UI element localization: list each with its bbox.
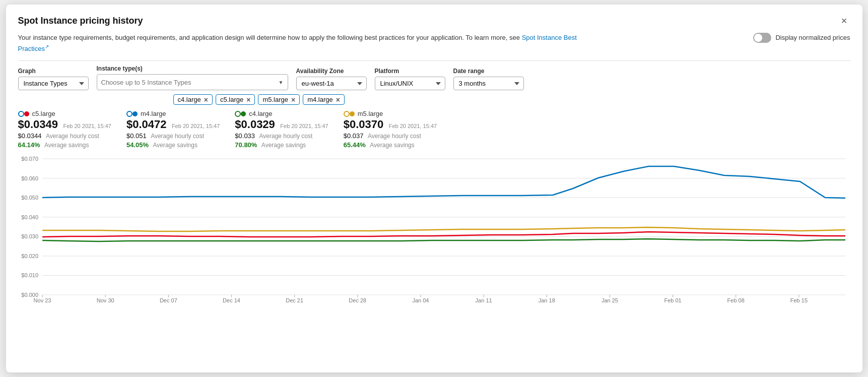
- info-bar: Your instance type requirements, budget …: [18, 33, 850, 53]
- legend-c4large-avg-row: $0.033 Average hourly cost: [235, 131, 328, 140]
- legend-m4large-avg-row: $0.051 Average hourly cost: [126, 131, 220, 140]
- legend-c5large-avg-row: $0.0344 Average hourly cost: [18, 131, 111, 140]
- svg-text:Dec 07: Dec 07: [159, 297, 177, 302]
- instance-type-input-container[interactable]: ▼: [97, 74, 288, 90]
- svg-text:Feb 08: Feb 08: [727, 297, 744, 302]
- svg-text:Dec 28: Dec 28: [349, 297, 366, 302]
- legend-m4large: m4.large $0.0472 Feb 20 2021, 15:47 $0.0…: [126, 110, 220, 149]
- svg-text:$0.010: $0.010: [21, 273, 38, 279]
- legend-c5large-price-row: $0.0349 Feb 20 2021, 15:47: [18, 118, 111, 131]
- legend-m4large-header: m4.large: [126, 110, 220, 117]
- legend-c5large: c5.large $0.0349 Feb 20 2021, 15:47 $0.0…: [18, 110, 111, 149]
- legend-m5large-dot-outer: [344, 111, 350, 117]
- legend-m5large-avg: $0.037: [344, 132, 364, 140]
- svg-text:Nov 23: Nov 23: [33, 297, 51, 302]
- legend-c5large-dot-inner: [24, 111, 29, 116]
- az-filter-label: Availability Zone: [296, 68, 367, 75]
- legend-m5large-savings-row: 65.44% Average savings: [344, 140, 437, 149]
- price-chart: $0.070 $0.060 $0.050 $0.040 $0.030 $0.02…: [18, 151, 850, 302]
- legend-m4large-date: Feb 20 2021, 15:47: [172, 123, 220, 129]
- tag-m4large-remove[interactable]: ×: [336, 96, 340, 103]
- daterange-select[interactable]: 3 months: [453, 77, 524, 90]
- legend-m4large-dot-inner: [132, 111, 138, 116]
- legend-c4large-price: $0.0329: [235, 118, 275, 131]
- legend-c4large-avg: $0.033: [235, 132, 255, 140]
- legend-c4large-dot-inner: [241, 111, 246, 116]
- legend-c4large-date: Feb 20 2021, 15:47: [280, 123, 328, 129]
- tag-c4large-label: c4.large: [178, 96, 201, 103]
- instance-type-filter-group: Instance type(s) ▼: [97, 65, 288, 90]
- legend-m4large-avg: $0.051: [126, 132, 147, 140]
- instance-tags-row: c4.large × c5.large × m5.large × m4.larg…: [22, 94, 850, 105]
- svg-text:Jan 11: Jan 11: [475, 297, 492, 302]
- tag-c5large-label: c5.large: [220, 96, 243, 103]
- tag-m4large-label: m4.large: [307, 96, 333, 103]
- legend-m5large-header: m5.large: [344, 110, 437, 117]
- legend-c4large-name: c4.large: [249, 110, 272, 117]
- legend-c5large-avg-label: Average hourly cost: [46, 133, 99, 140]
- svg-text:Dec 21: Dec 21: [286, 297, 303, 302]
- tag-c4large: c4.large ×: [173, 94, 213, 105]
- legend-c5large-dot-outer: [18, 111, 24, 117]
- svg-text:$0.060: $0.060: [21, 175, 38, 181]
- legend-c5large-price: $0.0349: [18, 118, 58, 131]
- graph-select[interactable]: Instance Types: [18, 77, 89, 90]
- legend-m5large-dot-inner: [350, 111, 355, 116]
- graph-filter-label: Graph: [18, 68, 89, 75]
- daterange-filter-group: Date range 3 months: [453, 68, 524, 90]
- svg-text:Feb 01: Feb 01: [664, 297, 681, 302]
- legend-c5large-header: c5.large: [18, 110, 111, 117]
- legend-m4large-name: m4.large: [141, 110, 166, 117]
- legend-m5large-avg-label: Average hourly cost: [368, 133, 421, 140]
- modal-title: Spot Instance pricing history: [18, 16, 143, 26]
- legend-m5large-savings: 65.44%: [344, 141, 366, 149]
- divider-top: [18, 60, 850, 61]
- legend-m4large-price: $0.0472: [126, 118, 167, 131]
- svg-text:$0.020: $0.020: [21, 253, 38, 259]
- legend-c4large-savings: 70.80%: [235, 141, 257, 149]
- tag-c4large-remove[interactable]: ×: [204, 96, 208, 103]
- legend-m5large-price: $0.0370: [344, 118, 384, 131]
- svg-text:Feb 15: Feb 15: [790, 297, 807, 302]
- legend-c4large-price-row: $0.0329 Feb 20 2021, 15:47: [235, 118, 328, 131]
- instance-dropdown-chevron: ▼: [279, 80, 284, 85]
- legend-c4large-header: c4.large: [235, 110, 328, 117]
- svg-text:Jan 18: Jan 18: [538, 297, 555, 302]
- legend-m5large-avg-row: $0.037 Average hourly cost: [344, 131, 437, 140]
- normalized-prices-label: Display normalized prices: [775, 33, 850, 43]
- legend-m4large-avg-label: Average hourly cost: [151, 133, 204, 140]
- az-select[interactable]: eu-west-1a: [296, 77, 367, 90]
- filters-row: Graph Instance Types Instance type(s) ▼ …: [18, 65, 850, 90]
- legend-m4large-price-row: $0.0472 Feb 20 2021, 15:47: [126, 118, 220, 131]
- svg-text:Dec 14: Dec 14: [223, 297, 240, 302]
- normalized-prices-control: Display normalized prices: [753, 33, 850, 43]
- daterange-filter-label: Date range: [453, 68, 524, 75]
- legend-m5large-name: m5.large: [358, 110, 383, 117]
- instance-type-input[interactable]: [101, 79, 202, 86]
- legend-m5large-price-row: $0.0370 Feb 20 2021, 15:47: [344, 118, 437, 131]
- normalized-prices-toggle[interactable]: [753, 33, 771, 43]
- legend-m5large-date: Feb 20 2021, 15:47: [389, 123, 437, 129]
- instance-type-label: Instance type(s): [97, 65, 288, 72]
- legend-m4large-dot-outer: [126, 111, 132, 117]
- svg-text:$0.030: $0.030: [21, 234, 38, 240]
- legend-c4large-avg-label: Average hourly cost: [259, 133, 313, 140]
- platform-select[interactable]: Linux/UNIX: [375, 77, 445, 90]
- svg-text:Jan 25: Jan 25: [601, 297, 618, 302]
- legend-c4large-savings-label: Average savings: [261, 142, 306, 149]
- info-description: Your instance type requirements, budget …: [18, 34, 520, 41]
- svg-text:Nov 30: Nov 30: [96, 297, 114, 302]
- legend-c4large-dot-outer: [235, 111, 241, 117]
- tag-m5large-remove[interactable]: ×: [291, 96, 295, 103]
- legend-c4large-savings-row: 70.80% Average savings: [235, 140, 328, 149]
- modal-header: Spot Instance pricing history ×: [18, 15, 850, 27]
- tag-m4large: m4.large ×: [303, 94, 345, 105]
- tag-m5large-label: m5.large: [262, 96, 288, 103]
- legend-m4large-savings-row: 54.05% Average savings: [126, 140, 220, 149]
- tag-c5large-remove[interactable]: ×: [246, 96, 250, 103]
- tag-m5large: m5.large ×: [258, 94, 300, 105]
- chart-area: $0.070 $0.060 $0.050 $0.040 $0.030 $0.02…: [18, 151, 850, 302]
- legend-m4large-savings-label: Average savings: [153, 142, 197, 149]
- close-button[interactable]: ×: [838, 15, 850, 27]
- svg-text:$0.050: $0.050: [21, 195, 38, 201]
